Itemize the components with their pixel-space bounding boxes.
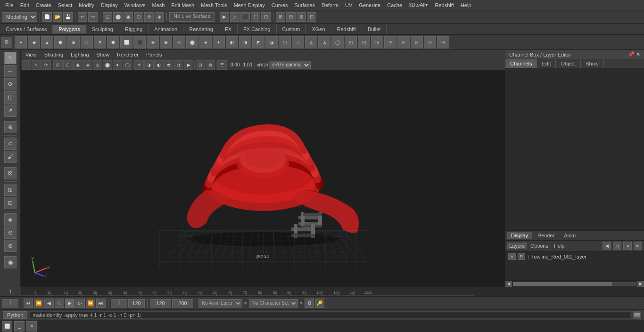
current-frame-input[interactable]: 1 [2,299,18,308]
shelf-weld-icon[interactable]: ◮ [318,36,330,49]
timeline[interactable]: 1 5 10 15 20 25 30 35 40 45 50 55 60 65 … [0,287,644,296]
vp-menu-renderer[interactable]: Renderer [114,51,141,58]
layer-scroll-left[interactable]: ◀ [505,281,512,287]
vp-light-icon[interactable]: ☀ [134,60,144,70]
vp-smooth-icon[interactable]: ◉ [73,60,83,70]
vp-shade2-icon[interactable]: ◎ [93,60,102,70]
command-line[interactable]: makeIdentity -apply true -t 1 -r 1 -s 1 … [29,311,631,319]
lasso-icon[interactable]: ⬤ [113,12,123,22]
redo-icon[interactable]: ↪ [88,12,98,22]
shelf-target-weld-icon[interactable]: ◭ [305,36,317,49]
taskbar-minimize-icon[interactable]: _ [14,321,25,332]
shelf-bool-union-icon[interactable]: ◳ [384,36,396,49]
tab-redshift[interactable]: Redshift [331,25,362,33]
tab-bullet[interactable]: Bullet [362,25,387,33]
layer-scroll-right[interactable]: ▶ [637,281,644,287]
vp-menu-lighting[interactable]: Lighting [68,51,92,58]
vp-menu-panels[interactable]: Panels [143,51,165,58]
viewport-canvas[interactable]: persp X Y Z [21,71,505,287]
shelf-wedge-icon[interactable]: ◩ [252,36,264,49]
cb-tab-edit[interactable]: Edit [537,59,556,68]
tab-fx[interactable]: FX [219,25,238,33]
shelf-extrude-icon[interactable]: ⬤ [186,36,198,49]
cb-tab-channels[interactable]: Channels [505,59,537,68]
gamma-selector[interactable]: sRGB gamma [269,61,311,69]
layer-add-icon[interactable]: ◀ [603,242,611,250]
cb-tab-show[interactable]: Show [581,59,604,68]
tab-curves-surfaces[interactable]: Curves / Surfaces [0,25,53,33]
menu-file[interactable]: File [2,1,17,9]
vp-motion-icon[interactable]: ▶ [184,60,193,70]
snap-grid-button[interactable]: ⊞ [4,184,17,196]
play-back-button[interactable]: ◁ [55,299,64,308]
live-surface-button[interactable]: No Live Surface [169,12,215,22]
menu-edit-mesh[interactable]: Edit Mesh [168,1,198,9]
vp-select-icon[interactable]: ↖ [32,60,41,70]
status-keyboard-icon[interactable]: ⌨ [633,311,641,319]
model-icon[interactable]: ⊡ [307,12,316,22]
attr-icon[interactable]: ⊠ [297,12,306,22]
lasso-tool-button[interactable]: ⊂ [4,138,17,150]
menu-cache[interactable]: Cache [384,1,405,9]
shelf-prism-icon[interactable]: ⬜ [120,36,132,49]
vp-grid-icon[interactable]: ⊞ [53,60,63,70]
soft-select-button[interactable]: ⊕ [4,121,17,133]
layer-vis-v[interactable]: V [508,253,516,260]
shelf-pyramid-icon[interactable]: ⬛ [133,36,146,49]
menu-display[interactable]: Display [98,1,121,9]
shelf-sphere-icon[interactable]: ● [15,36,27,49]
undo-icon[interactable]: ↩ [78,12,87,22]
menu-create[interactable]: Create [33,1,55,9]
menu-select[interactable]: Select [55,1,76,9]
timeline-track[interactable]: 5 10 15 20 25 30 35 40 45 50 55 60 65 70… [21,287,644,296]
snap3-icon[interactable]: ◈ [155,12,164,22]
taskbar-window-icon[interactable]: ⬜ [2,321,12,332]
move-tool-button[interactable]: ↔ [4,65,17,77]
shelf-cylinder-icon[interactable]: ◉ [67,36,80,49]
shelf-helix-icon[interactable]: ◈ [147,36,159,49]
prev-key-button[interactable]: ⏪ [34,299,43,308]
vp-menu-view[interactable]: View [23,51,40,58]
vp-shade4-icon[interactable]: ● [113,60,122,70]
hide-button[interactable]: ⊖ [4,227,17,239]
layer-vis-p[interactable]: P [518,253,525,260]
vp-shadow-icon[interactable]: ◑ [144,60,154,70]
shelf-merge-icon[interactable]: ◰ [345,36,357,49]
le-tab-render[interactable]: Render [534,232,558,239]
shelf-torus-icon[interactable]: ⬟ [54,36,66,49]
vp-shade-icon[interactable]: ◈ [83,60,92,70]
vp-env-icon[interactable]: ◔ [174,60,183,70]
prev-frame-button[interactable]: ◀ [44,299,54,308]
char-set-selector[interactable]: No Character Set [249,299,298,308]
play-forward-button[interactable]: ▶ [65,299,74,308]
shelf-split-icon[interactable]: ◬ [292,36,304,49]
tab-xgen[interactable]: XGen [306,25,331,33]
tab-animation[interactable]: Animation [149,25,183,33]
next-key-button[interactable]: ⏩ [86,299,95,308]
vp-shade5-icon[interactable]: ◯ [123,60,132,70]
anim-layer-selector[interactable]: No Anim Layer [198,299,242,308]
universal-tool-button[interactable]: ↗ [4,105,17,117]
channel-icon[interactable]: ⊟ [286,12,296,22]
menu-3dto[interactable]: 3DtoAll▾ [405,1,431,9]
playback-end-input[interactable]: 120 [150,299,171,308]
vp-isolate-icon[interactable]: ⊟ [196,60,205,70]
shelf-detach-icon[interactable]: ◱ [358,36,370,49]
snap-curve-button[interactable]: ⊟ [4,197,17,209]
shelf-circularize-icon[interactable]: ◪ [265,36,278,49]
le-tab-display[interactable]: Display [507,232,532,239]
shelf-pipe-icon[interactable]: ⬢ [107,36,119,49]
save-file-icon[interactable]: 💾 [63,12,73,22]
anim-prefs-icon[interactable]: ⚙ [305,299,314,308]
rotate-tool-button[interactable]: ⟳ [4,78,17,90]
shelf-disc-icon[interactable]: ▼ [94,36,106,49]
jump-start-button[interactable]: ⏮ [24,299,33,308]
ipr-icon[interactable]: ▷ [230,12,239,22]
tab-polygons[interactable]: Polygons [53,25,86,33]
jump-end-button[interactable]: ⏭ [96,299,106,308]
menu-generate[interactable]: Generate [355,1,384,9]
snap-icon[interactable]: ⬡ [134,12,143,22]
layer-del-icon[interactable]: ◂ [623,242,632,250]
shelf-bridge-icon[interactable]: ✦ [213,36,225,49]
vp-depth-icon[interactable]: ◓ [164,60,173,70]
